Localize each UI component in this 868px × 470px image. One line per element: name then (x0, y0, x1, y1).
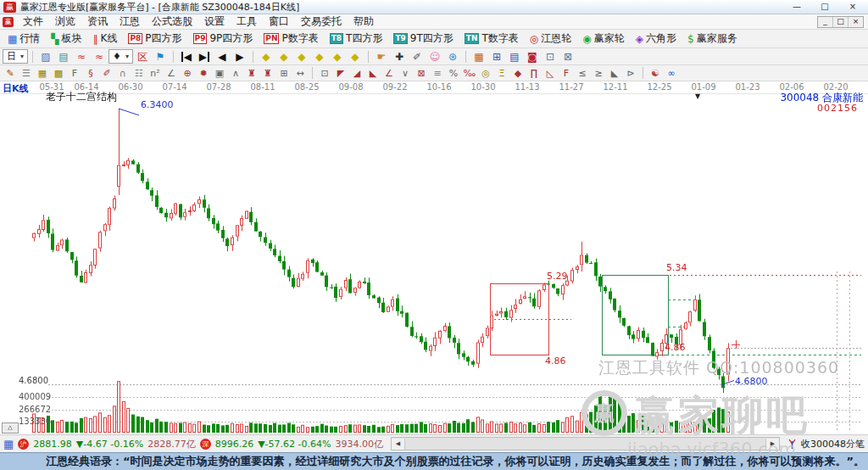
hexagon-button[interactable]: ◈六角形 (631, 30, 682, 48)
board-icon[interactable]: ▤ (55, 49, 72, 64)
child-close-button[interactable]: × (848, 17, 863, 27)
kline-button[interactable]: ∥K线 (88, 30, 123, 48)
volume-pane-toggle-button[interactable]: △ (2, 422, 19, 434)
minimize-button[interactable]: — (785, 1, 809, 13)
n-square-icon[interactable]: n² (147, 65, 163, 81)
gann-wheel-button[interactable]: ◎江恩轮 (525, 30, 576, 48)
gte-angle-icon[interactable]: ≥ (591, 65, 606, 81)
hatch-lines-icon[interactable]: ☰ (19, 65, 34, 81)
grid-cross-icon[interactable]: ⊠ (414, 65, 429, 81)
angle-tool-icon[interactable]: ∠ (164, 65, 179, 81)
gann-fan-icon[interactable]: ◢ (349, 65, 364, 81)
skip-to-start-icon[interactable]: ◀ (178, 49, 195, 64)
zigzag-red2-icon[interactable]: ≈ (91, 49, 108, 64)
calculator-icon[interactable]: ⊞ (488, 49, 505, 64)
tower-red-icon[interactable]: ♜ (244, 65, 259, 81)
scrollbar-track[interactable] (405, 438, 765, 450)
crosshair-circle-icon[interactable]: ⊕ (180, 65, 195, 81)
peaks-icon[interactable]: ∧ (228, 65, 243, 81)
diamond-compress-icon[interactable]: ◆ (311, 49, 328, 64)
gann-fan2-icon[interactable]: ◣ (365, 65, 381, 81)
p-digit-button[interactable]: PNP数字表 (259, 30, 323, 48)
triple-line-icon[interactable]: ≡ (430, 65, 445, 81)
spiral-icon[interactable]: § (83, 65, 98, 81)
pen-tool-icon[interactable]: ✎ (3, 65, 18, 81)
close-button[interactable]: × (841, 1, 865, 13)
ray-fan-icon[interactable]: ◤ (333, 65, 348, 81)
piggy-icon[interactable]: ☺ (426, 49, 443, 64)
flag-icon[interactable]: ⚑ (152, 49, 169, 64)
quotes-grid-icon[interactable]: ▦ (3, 438, 14, 450)
tower-red2-icon[interactable]: ♜ (260, 65, 275, 81)
menu-item-资讯[interactable]: 资讯 (81, 14, 114, 30)
marker-pen-icon[interactable]: ✐ (409, 49, 426, 64)
gann-grid2-icon[interactable]: ▩ (51, 65, 66, 81)
t-digit-button[interactable]: TNT数字表 (459, 30, 524, 48)
diamond-shift-right-icon[interactable]: ◆ (275, 49, 292, 64)
menu-item-工具[interactable]: 工具 (231, 14, 263, 30)
calendar-icon[interactable]: ▦ (470, 49, 487, 64)
gold-circle-icon[interactable]: ◎ (478, 65, 493, 81)
menu-item-窗口[interactable]: 窗口 (263, 14, 295, 30)
star-burst-icon[interactable]: ✹ (196, 65, 211, 81)
measure-icon[interactable]: ✐ (99, 65, 114, 81)
diamond-expand-icon[interactable]: ◆ (293, 49, 310, 64)
diamond-ten-icon[interactable]: ◆ (510, 65, 526, 81)
diamond-shift-left-icon[interactable]: ◆ (258, 49, 275, 64)
crosshair-add-icon[interactable]: ✚ (391, 49, 408, 64)
t-square-button[interactable]: T8T四方形 (325, 30, 388, 48)
menu-item-文件[interactable]: 文件 (17, 14, 49, 30)
save-disk-icon[interactable]: ◙ (524, 49, 541, 64)
window-grid-icon[interactable]: ⊞ (276, 65, 292, 81)
export-pc-icon[interactable]: ⊡ (542, 49, 559, 64)
play-angle-icon[interactable]: ⊳ (623, 65, 638, 81)
percent-icon[interactable]: % (446, 65, 461, 81)
ruler-grid-icon[interactable]: ☷ (131, 65, 147, 81)
chart-scrollbar[interactable]: ◀ ▶ (391, 437, 780, 450)
box-select-icon[interactable]: ⊡ (317, 65, 332, 81)
menu-item-设置[interactable]: 设置 (198, 14, 231, 30)
t9-square-button[interactable]: T99T四方形 (388, 30, 458, 48)
step-forward-icon[interactable]: ▶ (231, 49, 248, 64)
menu-item-帮助[interactable]: 帮助 (348, 14, 380, 30)
menu-item-浏览[interactable]: 浏览 (49, 14, 81, 30)
region-select-icon[interactable]: 区 (134, 49, 151, 64)
notes-icon[interactable]: ▤ (506, 49, 523, 64)
table-line-icon[interactable]: ∏ (526, 65, 542, 81)
chart-image-icon[interactable]: ▨ (37, 49, 54, 64)
diamond-zoom-out-icon[interactable]: ◆ (347, 49, 364, 64)
quotes-button[interactable]: ▦行情 (3, 30, 45, 48)
child-restore-button[interactable]: □ (832, 17, 848, 27)
sectors-button[interactable]: ▚板块 (46, 30, 86, 48)
send-pc-icon[interactable]: ⊠ (559, 49, 576, 64)
gold-lines-icon[interactable]: Ξ (494, 65, 509, 81)
arc-tool-icon[interactable]: ∩ (115, 65, 131, 81)
infinity-icon[interactable]: ∞ (664, 65, 679, 81)
winner-wheel-button[interactable]: ◉赢家轮 (577, 30, 629, 48)
lte-angle-icon[interactable]: ≤ (575, 65, 590, 81)
menu-item-公式选股[interactable]: 公式选股 (146, 14, 198, 30)
trend-angle-icon[interactable]: ∠ (381, 65, 397, 81)
p9-square-button[interactable]: P99P四方形 (188, 30, 259, 48)
shaded-wedge-icon[interactable]: ◣ (607, 65, 622, 81)
scroll-left-button[interactable]: ◀ (392, 439, 405, 450)
h-arrows-icon[interactable]: ↔ (292, 65, 308, 81)
wedge-icon[interactable]: ◺ (542, 65, 558, 81)
step-back-icon[interactable]: ◀ (214, 49, 231, 64)
skip-to-end-icon[interactable]: ▶ (196, 49, 213, 64)
diamond-zoom-in-icon[interactable]: ◆ (329, 49, 346, 64)
p-square-button[interactable]: P8P四方形 (123, 30, 186, 48)
check-line-icon[interactable]: ∨ (398, 65, 413, 81)
menu-item-江恩[interactable]: 江恩 (114, 14, 146, 30)
restore-button[interactable]: □ (813, 1, 837, 13)
candle-style-dropdown[interactable]: ♦▾ (108, 49, 133, 64)
scroll-right-button[interactable]: ▶ (765, 439, 779, 450)
period-dropdown[interactable]: 日▾ (3, 49, 28, 64)
gann-grid-icon[interactable]: ▦ (35, 65, 50, 81)
child-minimize-button[interactable]: _ (818, 17, 832, 27)
yinyang-icon[interactable]: ☯ (648, 65, 663, 81)
permille-icon[interactable]: ‰ (462, 65, 477, 81)
photo-frame-icon[interactable]: ▣ (212, 65, 227, 81)
hand-tool-icon[interactable]: ☛ (373, 49, 390, 64)
zigzag-red-icon[interactable]: ≈ (73, 49, 90, 64)
